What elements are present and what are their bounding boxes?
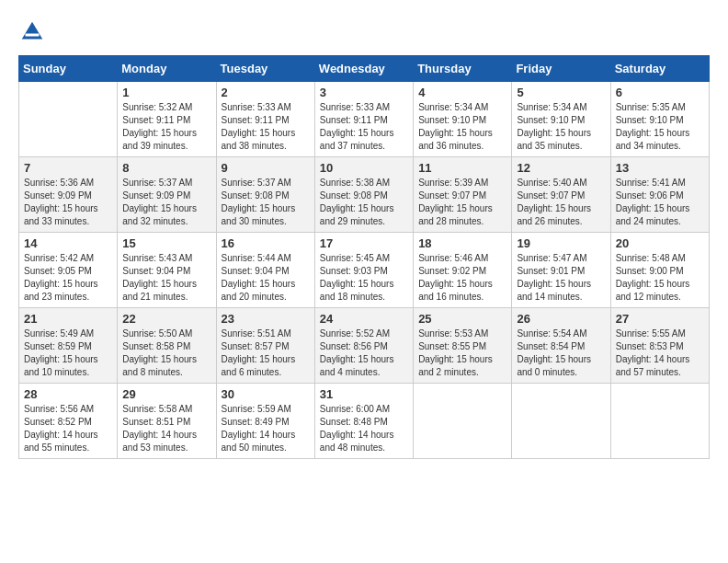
svg-marker-0 bbox=[22, 22, 43, 40]
weekday-header-saturday: Saturday bbox=[610, 56, 709, 82]
week-row-1: 1Sunrise: 5:32 AMSunset: 9:11 PMDaylight… bbox=[19, 82, 710, 157]
weekday-header-monday: Monday bbox=[118, 56, 216, 82]
day-info: Sunrise: 5:33 AMSunset: 9:11 PMDaylight:… bbox=[320, 101, 408, 153]
day-info: Sunrise: 5:50 AMSunset: 8:58 PMDaylight:… bbox=[122, 327, 210, 379]
day-info: Sunrise: 5:51 AMSunset: 8:57 PMDaylight:… bbox=[222, 327, 310, 379]
day-cell: 1Sunrise: 5:32 AMSunset: 9:11 PMDaylight… bbox=[118, 82, 216, 157]
day-number: 13 bbox=[616, 161, 704, 175]
day-info: Sunrise: 5:47 AMSunset: 9:01 PMDaylight:… bbox=[517, 252, 605, 304]
week-row-4: 21Sunrise: 5:49 AMSunset: 8:59 PMDayligh… bbox=[19, 308, 710, 384]
day-cell: 25Sunrise: 5:53 AMSunset: 8:55 PMDayligh… bbox=[414, 308, 512, 384]
day-info: Sunrise: 5:55 AMSunset: 8:53 PMDaylight:… bbox=[616, 327, 704, 379]
day-number: 16 bbox=[222, 236, 310, 250]
day-info: Sunrise: 5:38 AMSunset: 9:08 PMDaylight:… bbox=[320, 177, 408, 228]
day-cell: 16Sunrise: 5:44 AMSunset: 9:04 PMDayligh… bbox=[216, 233, 314, 308]
svg-rect-1 bbox=[26, 34, 40, 37]
day-number: 29 bbox=[122, 387, 210, 401]
day-number: 10 bbox=[320, 161, 408, 175]
day-cell: 9Sunrise: 5:37 AMSunset: 9:08 PMDaylight… bbox=[216, 157, 314, 233]
day-info: Sunrise: 5:58 AMSunset: 8:51 PMDaylight:… bbox=[122, 403, 210, 454]
day-info: Sunrise: 5:32 AMSunset: 9:11 PMDaylight:… bbox=[122, 101, 210, 153]
week-row-5: 28Sunrise: 5:56 AMSunset: 8:52 PMDayligh… bbox=[19, 384, 710, 459]
weekday-header-friday: Friday bbox=[512, 56, 610, 82]
day-cell: 31Sunrise: 6:00 AMSunset: 8:48 PMDayligh… bbox=[314, 384, 413, 459]
day-info: Sunrise: 5:40 AMSunset: 9:07 PMDaylight:… bbox=[517, 177, 605, 228]
day-cell: 26Sunrise: 5:54 AMSunset: 8:54 PMDayligh… bbox=[512, 308, 610, 384]
day-info: Sunrise: 5:53 AMSunset: 8:55 PMDaylight:… bbox=[418, 327, 506, 379]
header bbox=[18, 18, 710, 46]
day-cell: 17Sunrise: 5:45 AMSunset: 9:03 PMDayligh… bbox=[314, 233, 413, 308]
day-cell: 29Sunrise: 5:58 AMSunset: 8:51 PMDayligh… bbox=[118, 384, 216, 459]
day-info: Sunrise: 5:59 AMSunset: 8:49 PMDaylight:… bbox=[222, 403, 310, 454]
day-info: Sunrise: 5:45 AMSunset: 9:03 PMDaylight:… bbox=[320, 252, 408, 304]
week-row-3: 14Sunrise: 5:42 AMSunset: 9:05 PMDayligh… bbox=[19, 233, 710, 308]
day-cell: 13Sunrise: 5:41 AMSunset: 9:06 PMDayligh… bbox=[610, 157, 709, 233]
weekday-header-tuesday: Tuesday bbox=[216, 56, 314, 82]
day-cell: 23Sunrise: 5:51 AMSunset: 8:57 PMDayligh… bbox=[216, 308, 314, 384]
day-info: Sunrise: 5:42 AMSunset: 9:05 PMDaylight:… bbox=[24, 252, 112, 304]
day-cell: 19Sunrise: 5:47 AMSunset: 9:01 PMDayligh… bbox=[512, 233, 610, 308]
day-number: 31 bbox=[320, 387, 408, 401]
day-info: Sunrise: 5:35 AMSunset: 9:10 PMDaylight:… bbox=[616, 101, 704, 153]
day-number: 24 bbox=[320, 312, 408, 326]
day-info: Sunrise: 5:34 AMSunset: 9:10 PMDaylight:… bbox=[517, 101, 605, 153]
day-cell: 11Sunrise: 5:39 AMSunset: 9:07 PMDayligh… bbox=[414, 157, 512, 233]
day-number: 18 bbox=[418, 236, 506, 250]
day-number: 15 bbox=[122, 236, 210, 250]
logo-icon bbox=[18, 18, 46, 46]
day-cell: 2Sunrise: 5:33 AMSunset: 9:11 PMDaylight… bbox=[216, 82, 314, 157]
day-info: Sunrise: 5:37 AMSunset: 9:09 PMDaylight:… bbox=[122, 177, 210, 228]
day-info: Sunrise: 5:48 AMSunset: 9:00 PMDaylight:… bbox=[616, 252, 704, 304]
day-cell: 24Sunrise: 5:52 AMSunset: 8:56 PMDayligh… bbox=[314, 308, 413, 384]
day-cell: 4Sunrise: 5:34 AMSunset: 9:10 PMDaylight… bbox=[414, 82, 512, 157]
day-cell: 5Sunrise: 5:34 AMSunset: 9:10 PMDaylight… bbox=[512, 82, 610, 157]
day-info: Sunrise: 6:00 AMSunset: 8:48 PMDaylight:… bbox=[320, 403, 408, 454]
day-cell: 27Sunrise: 5:55 AMSunset: 8:53 PMDayligh… bbox=[610, 308, 709, 384]
day-number: 23 bbox=[222, 312, 310, 326]
day-info: Sunrise: 5:34 AMSunset: 9:10 PMDaylight:… bbox=[418, 101, 506, 153]
day-number: 22 bbox=[122, 312, 210, 326]
day-cell: 14Sunrise: 5:42 AMSunset: 9:05 PMDayligh… bbox=[19, 233, 118, 308]
day-number: 28 bbox=[24, 387, 112, 401]
day-cell bbox=[610, 384, 709, 459]
day-cell: 22Sunrise: 5:50 AMSunset: 8:58 PMDayligh… bbox=[118, 308, 216, 384]
day-cell: 28Sunrise: 5:56 AMSunset: 8:52 PMDayligh… bbox=[19, 384, 118, 459]
day-number: 1 bbox=[122, 86, 210, 99]
day-cell: 6Sunrise: 5:35 AMSunset: 9:10 PMDaylight… bbox=[610, 82, 709, 157]
day-info: Sunrise: 5:46 AMSunset: 9:02 PMDaylight:… bbox=[418, 252, 506, 304]
day-cell: 8Sunrise: 5:37 AMSunset: 9:09 PMDaylight… bbox=[118, 157, 216, 233]
day-number: 9 bbox=[222, 161, 310, 175]
day-number: 25 bbox=[418, 312, 506, 326]
day-number: 8 bbox=[122, 161, 210, 175]
day-number: 5 bbox=[517, 86, 605, 99]
day-cell: 15Sunrise: 5:43 AMSunset: 9:04 PMDayligh… bbox=[118, 233, 216, 308]
weekday-header-sunday: Sunday bbox=[19, 56, 118, 82]
day-info: Sunrise: 5:44 AMSunset: 9:04 PMDaylight:… bbox=[222, 252, 310, 304]
day-number: 19 bbox=[517, 236, 605, 250]
day-info: Sunrise: 5:33 AMSunset: 9:11 PMDaylight:… bbox=[222, 101, 310, 153]
day-cell bbox=[414, 384, 512, 459]
day-info: Sunrise: 5:37 AMSunset: 9:08 PMDaylight:… bbox=[222, 177, 310, 228]
day-number: 7 bbox=[24, 161, 112, 175]
day-number: 20 bbox=[616, 236, 704, 250]
weekday-header-thursday: Thursday bbox=[414, 56, 512, 82]
day-cell: 20Sunrise: 5:48 AMSunset: 9:00 PMDayligh… bbox=[610, 233, 709, 308]
day-info: Sunrise: 5:36 AMSunset: 9:09 PMDaylight:… bbox=[24, 177, 112, 228]
day-cell: 18Sunrise: 5:46 AMSunset: 9:02 PMDayligh… bbox=[414, 233, 512, 308]
weekday-header-wednesday: Wednesday bbox=[314, 56, 413, 82]
day-info: Sunrise: 5:56 AMSunset: 8:52 PMDaylight:… bbox=[24, 403, 112, 454]
day-cell bbox=[19, 82, 118, 157]
day-cell: 10Sunrise: 5:38 AMSunset: 9:08 PMDayligh… bbox=[314, 157, 413, 233]
day-number: 11 bbox=[418, 161, 506, 175]
day-number: 12 bbox=[517, 161, 605, 175]
day-number: 21 bbox=[24, 312, 112, 326]
day-number: 2 bbox=[222, 86, 310, 99]
logo bbox=[18, 18, 51, 46]
day-number: 30 bbox=[222, 387, 310, 401]
day-info: Sunrise: 5:41 AMSunset: 9:06 PMDaylight:… bbox=[616, 177, 704, 228]
day-number: 27 bbox=[616, 312, 704, 326]
day-number: 14 bbox=[24, 236, 112, 250]
day-number: 6 bbox=[616, 86, 704, 99]
day-cell: 3Sunrise: 5:33 AMSunset: 9:11 PMDaylight… bbox=[314, 82, 413, 157]
day-cell: 7Sunrise: 5:36 AMSunset: 9:09 PMDaylight… bbox=[19, 157, 118, 233]
